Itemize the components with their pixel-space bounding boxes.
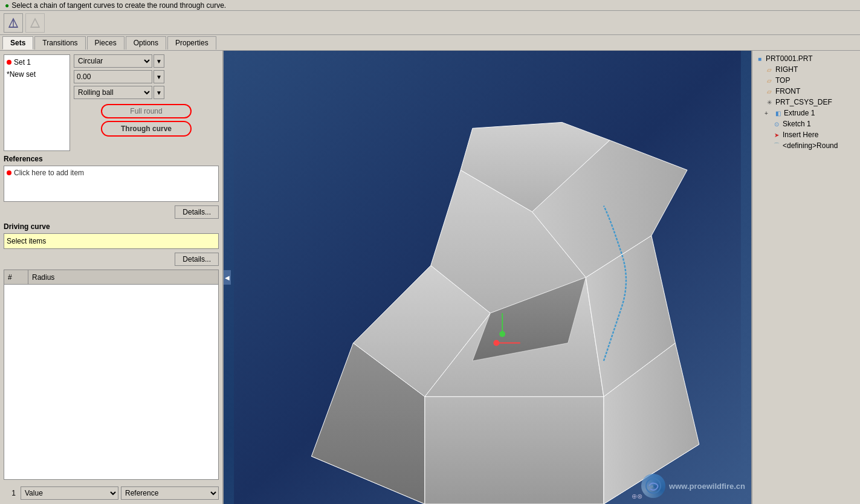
tree-item-insert[interactable]: ➤ Insert Here (755, 129, 858, 140)
set-controls: Circular Conic C2 Continuous Full Round … (74, 54, 219, 151)
click-to-add-item[interactable]: Click here to add item (7, 169, 84, 177)
through-curve-button[interactable]: Through curve (101, 121, 192, 137)
tree-root-label: PRT0001.PRT (766, 54, 813, 63)
toolbar-icon-1 (7, 16, 20, 30)
tree-item-csys-label: PRT_CSYS_DEF (775, 98, 832, 106)
tab-row: Sets Transitions Pieces Options Properti… (0, 35, 860, 51)
driving-curve-details-btn[interactable]: Details... (175, 253, 219, 266)
circular-select[interactable]: Circular Conic C2 Continuous Full Round (74, 54, 152, 68)
left-panel: Set 1 *New set Circular Conic C2 Continu… (0, 51, 224, 504)
circular-dropdown-row: Circular Conic C2 Continuous Full Round … (74, 54, 219, 68)
toolbar-icon-2 (28, 16, 42, 30)
tree-item-insert-label: Insert Here (783, 131, 818, 139)
tree-item-extrude[interactable]: + ◧ Extrude 1 (755, 108, 858, 118)
tab-properties[interactable]: Properties (167, 36, 216, 50)
radius-col-radius: Radius (28, 270, 218, 284)
insert-here-icon: ➤ (772, 131, 781, 139)
rolling-ball-dropdown-row: Rolling ball Spine From Edge Intersect ▼ (74, 86, 219, 99)
top-plane-icon: ▱ (765, 76, 774, 85)
full-round-button[interactable]: Full round (101, 104, 192, 118)
set-item-1[interactable]: Set 1 (7, 57, 67, 67)
ref-indicator (7, 170, 11, 175)
tree-item-front[interactable]: ▱ FRONT (755, 86, 858, 97)
sets-section: Set 1 *New set Circular Conic C2 Continu… (4, 54, 219, 151)
toolbar (0, 11, 860, 35)
new-set-label: *New set (7, 70, 36, 79)
value-dropdown-arrow[interactable]: ▼ (154, 70, 164, 83)
driving-curve-box[interactable]: Select items (4, 233, 219, 249)
circular-dropdown-arrow[interactable]: ▼ (154, 54, 164, 68)
rolling-ball-arrow[interactable]: ▼ (154, 86, 164, 99)
round-buttons: Full round Through curve (74, 104, 219, 137)
watermark-site-text: www.proewildfire.cn (669, 482, 745, 491)
viewport[interactable]: ◀ (224, 51, 751, 504)
radius-section: # Radius (4, 270, 219, 480)
rolling-ball-select[interactable]: Rolling ball Spine From Edge Intersect (74, 86, 152, 99)
svg-marker-3 (31, 19, 39, 27)
driving-curve-section: Driving curve Select items Details... (4, 222, 219, 266)
radius-col-hash: # (4, 270, 28, 284)
value-input[interactable] (74, 70, 152, 83)
tree-item-top-label: TOP (775, 76, 790, 85)
tree-item-round-label: <defining>Round (783, 141, 838, 150)
tab-pieces[interactable]: Pieces (87, 36, 124, 50)
csys-icon: ✳ (765, 98, 774, 106)
prt-icon: ■ (755, 54, 765, 63)
tree-item-extrude-label: Extrude 1 (784, 109, 815, 117)
tree-root[interactable]: ■ PRT0001.PRT (755, 53, 858, 64)
select-items-label: Select items (7, 237, 46, 245)
round-icon: ⌒ (772, 141, 781, 150)
tree-item-right-label: RIGHT (775, 65, 798, 74)
tree-item-csys[interactable]: ✳ PRT_CSYS_DEF (755, 97, 858, 108)
set-label: Set 1 (14, 58, 31, 66)
reference-type-select[interactable]: Reference Start End (121, 486, 219, 500)
references-details-btn[interactable]: Details... (175, 205, 219, 219)
expand-extrude-icon[interactable]: + (765, 110, 772, 117)
tab-options[interactable]: Options (126, 36, 166, 50)
click-to-add-label: Click here to add item (14, 169, 84, 177)
main-content: Set 1 *New set Circular Conic C2 Continu… (0, 51, 860, 504)
coords-bar: ⊕⊗ (632, 493, 642, 500)
top-bar: ● Select a chain of tangent curves to cr… (0, 0, 860, 11)
front-plane-icon: ▱ (765, 87, 774, 95)
tree-item-top[interactable]: ▱ TOP (755, 75, 858, 86)
info-icon: ● (5, 1, 9, 10)
extrude-icon: ◧ (773, 109, 783, 117)
watermark-logo (641, 474, 665, 498)
bottom-row: 1 Value Parameter Relation Reference Sta… (4, 483, 219, 500)
tab-sets[interactable]: Sets (2, 36, 33, 50)
tree-item-front-label: FRONT (775, 87, 800, 95)
tree-item-sketch-label: Sketch 1 (783, 120, 811, 128)
toolbar-btn-2[interactable] (25, 13, 45, 33)
radius-table-body[interactable] (4, 284, 219, 480)
references-label: References (4, 155, 219, 163)
svg-marker-8 (425, 396, 604, 504)
value-input-row: ▼ (74, 70, 219, 83)
row-number: 1 (4, 489, 18, 497)
tree-item-right[interactable]: ▱ RIGHT (755, 64, 858, 75)
viewport-svg (224, 51, 751, 504)
watermark: www.proewildfire.cn (641, 474, 745, 498)
set-indicator (7, 60, 11, 65)
tab-transitions[interactable]: Transitions (34, 36, 85, 50)
set-list: Set 1 *New set (4, 54, 70, 151)
coord-indicator: ⊕⊗ (632, 493, 642, 500)
toolbar-btn-1[interactable] (4, 13, 23, 33)
references-section: References Click here to add item Detail… (4, 155, 219, 219)
set-item-new[interactable]: *New set (7, 69, 67, 79)
references-box[interactable]: Click here to add item (4, 166, 219, 202)
right-plane-icon: ▱ (765, 65, 774, 74)
tree-item-sketch[interactable]: ⊙ Sketch 1 (755, 118, 858, 129)
driving-curve-label: Driving curve (4, 222, 219, 231)
value-type-select[interactable]: Value Parameter Relation (21, 486, 118, 500)
sketch-icon: ⊙ (772, 120, 781, 128)
right-panel: ■ PRT0001.PRT ▱ RIGHT ▱ TOP ▱ FRONT ✳ PR… (751, 51, 860, 504)
status-message: Select a chain of tangent curves to crea… (11, 1, 226, 10)
radius-table-header: # Radius (4, 270, 219, 284)
tree-item-round[interactable]: ⌒ <defining>Round (755, 140, 858, 151)
